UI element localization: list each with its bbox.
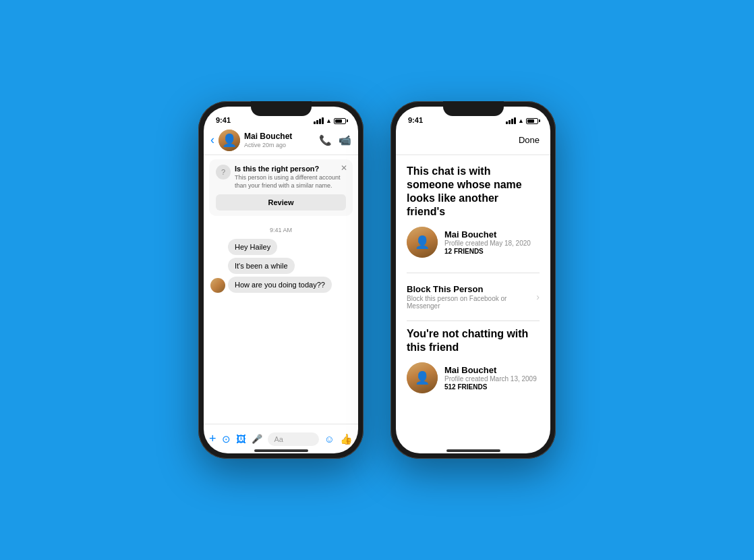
message-input[interactable]: Aa bbox=[268, 432, 319, 446]
real-info: Mai Bouchet Profile created March 13, 20… bbox=[444, 365, 537, 391]
wifi-icon-2: ▲ bbox=[518, 117, 524, 124]
chevron-right-icon: › bbox=[536, 291, 540, 302]
call-button[interactable]: 📞 bbox=[319, 134, 332, 146]
real-name: Mai Bouchet bbox=[444, 365, 537, 375]
battery-icon bbox=[334, 118, 346, 124]
real-profile-date: Profile created March 13, 2009 bbox=[444, 375, 537, 383]
message-row-1: Hey Hailey bbox=[210, 239, 351, 255]
emoji-button[interactable]: ☺ bbox=[324, 433, 335, 445]
real-friends: 512 FRIENDS bbox=[444, 383, 537, 391]
home-indicator-1 bbox=[254, 449, 308, 452]
block-title: Block This Person bbox=[407, 284, 536, 294]
signal-icon bbox=[314, 117, 324, 124]
block-row[interactable]: Block This Person Block this person on F… bbox=[407, 280, 540, 314]
back-button[interactable]: ‹ bbox=[210, 133, 214, 147]
divider-1 bbox=[407, 273, 540, 273]
warning-banner: ✕ ? Is this the right person? This perso… bbox=[209, 159, 353, 216]
home-indicator-2 bbox=[446, 449, 500, 452]
suspect-name: Mai Bouchet bbox=[444, 229, 531, 240]
input-placeholder: Aa bbox=[274, 435, 283, 443]
video-button[interactable]: 📹 bbox=[339, 134, 351, 146]
wifi-icon: ▲ bbox=[326, 117, 332, 124]
suspect-friends: 12 FRIENDS bbox=[444, 248, 531, 255]
camera-button[interactable]: ⊙ bbox=[222, 433, 231, 445]
header-info: Mai Bouchet Active 20m ago bbox=[244, 132, 319, 148]
battery-icon-2 bbox=[526, 118, 538, 124]
add-button[interactable]: + bbox=[209, 432, 216, 446]
info-header: Done bbox=[396, 125, 550, 155]
phone-2: 9:41 ▲ Done This chat is with someone wh… bbox=[390, 101, 556, 459]
message-bubble-2: It's been a while bbox=[228, 258, 295, 274]
suspect-avatar bbox=[407, 227, 438, 258]
warning-description: This person is using a different account… bbox=[235, 174, 346, 190]
phone-2-screen: 9:41 ▲ Done This chat is with someone wh… bbox=[396, 107, 550, 453]
warning-icon: ? bbox=[216, 165, 231, 179]
chat-body: 9:41 AM Hey Hailey It's been a while How… bbox=[204, 220, 358, 424]
message-bubble-1: Hey Hailey bbox=[228, 239, 277, 255]
info-body: This chat is with someone whose name loo… bbox=[396, 155, 550, 453]
mic-button[interactable]: 🎤 bbox=[252, 434, 262, 444]
real-avatar bbox=[407, 362, 438, 393]
status-icons-2: ▲ bbox=[506, 117, 538, 124]
message-avatar bbox=[210, 278, 225, 293]
photo-button[interactable]: 🖼 bbox=[236, 433, 246, 445]
suspect-person-card: Mai Bouchet Profile created May 18, 2020… bbox=[407, 227, 540, 258]
phone-1-screen: 9:41 ▲ ‹ Mai Bouchet bbox=[204, 107, 358, 453]
suspect-info: Mai Bouchet Profile created May 18, 2020… bbox=[444, 229, 531, 255]
status-time-1: 9:41 bbox=[216, 116, 231, 124]
phone-1: 9:41 ▲ ‹ Mai Bouchet bbox=[198, 101, 364, 459]
suspect-profile-date: Profile created May 18, 2020 bbox=[444, 240, 531, 247]
like-button[interactable]: 👍 bbox=[340, 433, 353, 445]
signal-icon-2 bbox=[506, 117, 516, 124]
status-icons-1: ▲ bbox=[314, 117, 346, 124]
review-button[interactable]: Review bbox=[216, 194, 346, 211]
warning-icon-row: ? Is this the right person? This person … bbox=[216, 165, 346, 190]
header-avatar bbox=[219, 130, 240, 151]
divider-2 bbox=[407, 320, 540, 321]
contact-status: Active 20m ago bbox=[244, 142, 319, 148]
info-title: This chat is with someone whose name loo… bbox=[407, 165, 540, 219]
real-person-card: Mai Bouchet Profile created March 13, 20… bbox=[407, 362, 540, 393]
notch-2 bbox=[443, 101, 504, 116]
message-bubble-3: How are you doing today?? bbox=[228, 277, 332, 293]
chat-timestamp: 9:41 AM bbox=[210, 227, 351, 233]
chat-header: ‹ Mai Bouchet Active 20m ago 📞 📹 bbox=[204, 125, 358, 155]
notch-1 bbox=[251, 101, 312, 116]
block-subtitle: Block this person on Facebook or Messeng… bbox=[407, 295, 536, 310]
contact-name: Mai Bouchet bbox=[244, 132, 319, 141]
message-row-2: It's been a while bbox=[210, 258, 351, 274]
message-row-3: How are you doing today?? bbox=[210, 277, 351, 293]
done-button[interactable]: Done bbox=[519, 135, 540, 145]
warning-title: Is this the right person? bbox=[235, 165, 346, 173]
warning-text: Is this the right person? This person is… bbox=[235, 165, 346, 190]
header-actions: 📞 📹 bbox=[319, 134, 351, 146]
status-time-2: 9:41 bbox=[408, 116, 423, 124]
block-info: Block This Person Block this person on F… bbox=[407, 284, 536, 310]
warning-close-button[interactable]: ✕ bbox=[341, 163, 347, 173]
not-friend-title: You're not chatting with this friend bbox=[407, 327, 540, 354]
